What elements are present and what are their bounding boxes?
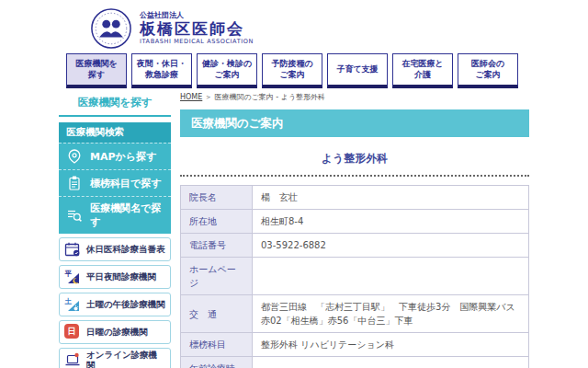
row-value: 整形外科 リハビリテーション科 <box>253 333 529 357</box>
sidebar-box-label: オンライン診療機関 <box>86 350 165 368</box>
row-label: 標榜科目 <box>181 333 253 357</box>
online-care-icon <box>64 351 81 368</box>
sidebar-box-label: 休日医科診療当番表 <box>86 244 165 254</box>
sidebar-item-label: 標榜科目で探す <box>90 177 162 190</box>
sidebar-box-label: 日曜の診療機関 <box>86 327 148 337</box>
map-pin-icon <box>66 148 83 165</box>
org-text: 公益社団法人 板橋区医師会 ITABASHI MEDICAL ASSOCIATI… <box>140 11 254 45</box>
row-value: 相生町8-4 <box>253 210 529 234</box>
breadcrumb-home-link[interactable]: HOME <box>180 93 202 101</box>
list-search-icon <box>66 207 83 224</box>
table-row: 所在地 相生町8-4 <box>181 210 529 234</box>
row-value: 都営三田線 「志村三丁目駅」 下車徒歩3分 国際興業バス赤02「相生橋」赤56「… <box>253 295 529 333</box>
sidebar-item-search-by-name[interactable]: 医療機関名で探す <box>59 196 171 234</box>
sidebar-link-holiday-duty-roster[interactable]: 休日医科診療当番表 <box>59 237 171 261</box>
sidebar-link-online-care[interactable]: オンライン診療機関 <box>59 348 171 368</box>
row-value <box>253 258 529 295</box>
search-panel: 医療機関検索 MAPから探す 標榜科目で探す <box>59 122 171 234</box>
clinic-info-table: 院長名 楊 玄壮 所在地 相生町8-4 電話番号 03-5922-6882 ホー… <box>180 185 529 368</box>
row-value: 03-5922-6882 <box>253 234 529 258</box>
svg-text:平: 平 <box>64 270 73 278</box>
saturday-afternoon-icon: 土 <box>64 296 81 313</box>
sidebar-title-link[interactable]: 医療機関を探す <box>59 90 171 115</box>
clipboard-icon <box>66 175 83 191</box>
site-header: 公益社団法人 板橋区医師会 ITABASHI MEDICAL ASSOCIATI… <box>0 0 588 50</box>
sidebar-item-label: MAPから探す <box>90 150 156 164</box>
sidebar-link-sunday[interactable]: 日 日曜の診療機関 <box>59 320 171 344</box>
content-columns: 医療機関を探す 医療機関検索 MAPから探す 標榜科目で探す <box>0 90 588 368</box>
row-label: 交 通 <box>181 295 253 333</box>
row-label: ホームページ <box>181 258 253 295</box>
table-row: 交 通 都営三田線 「志村三丁目駅」 下車徒歩3分 国際興業バス赤02「相生橋」… <box>181 295 529 333</box>
nav-about-association[interactable]: 医師会の ご案内 <box>458 53 518 88</box>
sunday-icon: 日 <box>64 324 81 340</box>
sidebar: 医療機関を探す 医療機関検索 MAPから探す 標榜科目で探す <box>59 90 171 368</box>
breadcrumb-trail: 医療機関のご案内 - よう整形外科 <box>214 93 325 101</box>
row-label: 電話番号 <box>181 234 253 258</box>
association-seal-icon <box>90 7 132 50</box>
nav-home-care[interactable]: 在宅医療と 介護 <box>392 53 453 88</box>
nav-vaccination[interactable]: 予防接種の ご案内 <box>262 53 322 88</box>
table-row: 院長名 楊 玄壮 <box>181 186 529 210</box>
top-nav: 医療機関を 探す 夜間・休日・ 救急診療 健診・検診の ご案内 予防接種の ご案… <box>66 53 588 88</box>
row-value: 09時00分より13時00分まで <box>253 357 529 368</box>
nav-child-support[interactable]: 子育て支援 <box>327 53 388 88</box>
table-row: 午前診療時間 09時00分より13時00分まで <box>181 357 529 368</box>
page-title: 医療機関のご案内 <box>180 109 529 137</box>
row-label: 午前診療時間 <box>181 357 253 368</box>
row-label: 院長名 <box>181 186 253 210</box>
row-value: 楊 玄壮 <box>253 186 529 210</box>
clinic-name: よう整形外科 <box>180 151 529 177</box>
nav-health-checkup[interactable]: 健診・検診の ご案内 <box>197 53 257 88</box>
page: 公益社団法人 板橋区医師会 ITABASHI MEDICAL ASSOCIATI… <box>0 0 588 368</box>
table-row: 標榜科目 整形外科 リハビリテーション科 <box>181 333 529 357</box>
table-row: ホームページ <box>181 258 529 295</box>
nav-find-medical-institution[interactable]: 医療機関を 探す <box>66 53 127 88</box>
search-panel-title: 医療機関検索 <box>59 122 171 143</box>
sidebar-divider <box>59 115 171 117</box>
weekday-night-icon: 平 <box>64 269 81 285</box>
org-name: 板橋区医師会 <box>140 20 254 39</box>
table-row: 電話番号 03-5922-6882 <box>181 234 529 258</box>
sidebar-item-search-by-department[interactable]: 標榜科目で探す <box>59 169 171 196</box>
row-label: 所在地 <box>181 210 253 234</box>
sidebar-box-label: 平日夜間診療機関 <box>86 271 156 282</box>
sidebar-item-search-by-map[interactable]: MAPから探す <box>59 143 171 169</box>
calendar-check-icon <box>64 241 81 258</box>
org-name-en: ITABASHI MEDICAL ASSOCIATION <box>140 39 254 45</box>
breadcrumb-separator: ＞ <box>205 93 212 101</box>
sidebar-link-weekday-night[interactable]: 平 平日夜間診療機関 <box>59 265 171 289</box>
sidebar-link-saturday-afternoon[interactable]: 土 土曜の午後診療機関 <box>59 293 171 316</box>
sidebar-item-label: 医療機関名で探す <box>90 201 164 229</box>
sidebar-box-label: 土曜の午後診療機関 <box>86 299 165 309</box>
main-content: HOME ＞ 医療機関のご案内 - よう整形外科 医療機関のご案内 よう整形外科… <box>180 90 529 368</box>
nav-night-holiday-emergency[interactable]: 夜間・休日・ 救急診療 <box>131 53 192 88</box>
breadcrumb: HOME ＞ 医療機関のご案内 - よう整形外科 <box>180 92 529 102</box>
svg-text:土: 土 <box>64 297 73 305</box>
